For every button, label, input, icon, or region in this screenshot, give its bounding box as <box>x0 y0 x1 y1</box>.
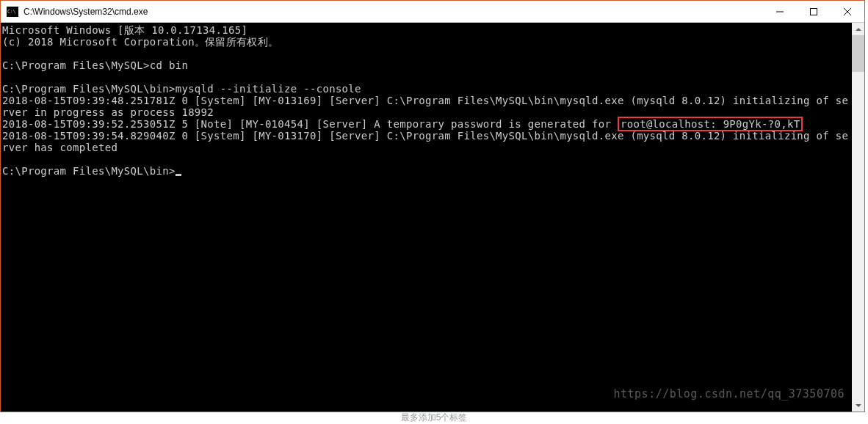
output-line: Microsoft Windows [版本 10.0.17134.165] <box>2 24 247 36</box>
cmd-window: C:\Windows\System32\cmd.exe Microsoft Wi… <box>0 0 865 412</box>
svg-rect-1 <box>811 8 817 15</box>
minimize-button[interactable] <box>763 1 797 22</box>
vertical-scrollbar[interactable] <box>852 23 864 412</box>
scroll-down-arrow[interactable] <box>852 399 864 412</box>
scroll-track[interactable] <box>852 35 864 399</box>
maximize-button[interactable] <box>797 1 831 22</box>
password-highlight: root@localhost: 9P0gYk-?0,kT <box>618 117 803 131</box>
window-controls <box>763 1 864 22</box>
maximize-icon <box>810 8 817 15</box>
output-line: 2018-08-15T09:39:54.829040Z 0 [System] [… <box>2 130 848 153</box>
output-line: 2018-08-15T09:39:48.251781Z 0 [System] [… <box>2 95 848 118</box>
content-area: Microsoft Windows [版本 10.0.17134.165] (c… <box>1 23 864 412</box>
cmd-icon <box>7 7 18 17</box>
side-gap <box>865 22 868 412</box>
titlebar[interactable]: C:\Windows\System32\cmd.exe <box>1 1 864 23</box>
cursor <box>176 174 181 176</box>
minimize-icon <box>776 8 784 15</box>
close-icon <box>844 8 851 15</box>
output-line: 2018-08-15T09:39:52.253051Z 5 [Note] [MY… <box>2 118 618 130</box>
scroll-up-arrow[interactable] <box>852 23 864 35</box>
output-line: C:\Program Files\MySQL>cd bin <box>2 59 188 71</box>
close-button[interactable] <box>831 1 864 22</box>
prompt-line: C:\Program Files\MySQL\bin> <box>2 165 176 177</box>
output-line: (c) 2018 Microsoft Corporation。保留所有权利。 <box>2 36 278 48</box>
terminal-output[interactable]: Microsoft Windows [版本 10.0.17134.165] (c… <box>1 23 852 412</box>
chevron-up-icon <box>856 28 861 31</box>
output-line: C:\Program Files\MySQL\bin>mysqld --init… <box>2 83 361 95</box>
window-title: C:\Windows\System32\cmd.exe <box>23 7 763 17</box>
watermark: https://blog.csdn.net/qq_37350706 <box>613 388 845 400</box>
scroll-thumb[interactable] <box>852 35 864 72</box>
chevron-down-icon <box>856 404 861 407</box>
svg-marker-5 <box>856 404 861 407</box>
footer-tag-hint: 最多添加5个标签 <box>401 412 468 424</box>
svg-marker-4 <box>856 28 861 31</box>
